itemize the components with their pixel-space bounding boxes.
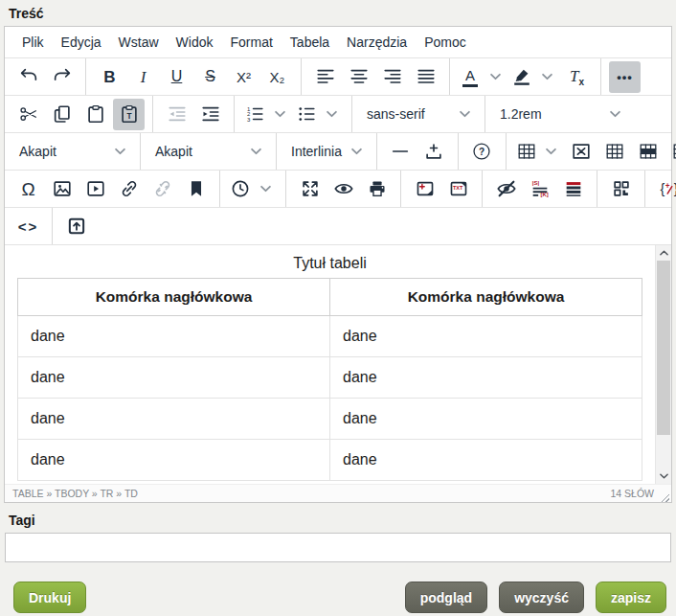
unlink-button[interactable]	[146, 173, 178, 205]
scroll-down-button[interactable]	[656, 468, 671, 484]
chevron-down-icon	[546, 148, 556, 155]
qr-code-button[interactable]	[605, 173, 637, 205]
bullet-list-button[interactable]	[294, 99, 319, 130]
outdent-button[interactable]	[161, 99, 192, 130]
line-height-value: Interlinia	[291, 144, 342, 159]
save-button[interactable]: zapisz	[596, 582, 666, 613]
source-code-button[interactable]: <>	[12, 211, 44, 242]
print-button[interactable]	[361, 173, 393, 205]
table-cell[interactable]: dane	[18, 399, 330, 440]
ordered-list-button[interactable]: 123	[242, 99, 267, 130]
horizontal-rule-button[interactable]	[385, 136, 417, 168]
vertical-scrollbar[interactable]	[655, 245, 671, 484]
text-template-button[interactable]: TXT	[442, 173, 474, 205]
table-properties-button[interactable]	[599, 136, 631, 168]
menu-help[interactable]: Pomoc	[417, 31, 474, 54]
menu-view[interactable]: Widok	[169, 31, 221, 54]
tags-input[interactable]	[5, 533, 671, 562]
block-lines-button[interactable]	[557, 173, 589, 205]
table-cell[interactable]: dane	[18, 440, 330, 481]
table-cell[interactable]: dane	[18, 316, 330, 357]
ordered-list-dropdown[interactable]	[267, 99, 292, 130]
anchor-button[interactable]	[180, 173, 212, 205]
svg-text:TXT: TXT	[452, 185, 462, 191]
text-color-dropdown[interactable]	[483, 61, 507, 93]
open-window-button[interactable]	[60, 211, 92, 242]
help-button[interactable]: ?	[466, 136, 498, 168]
tags-label: Tagi	[9, 513, 672, 528]
bold-button[interactable]: B	[94, 61, 125, 93]
menu-file[interactable]: Plik	[14, 31, 52, 54]
bullet-list-dropdown[interactable]	[319, 99, 344, 130]
preview-button[interactable]	[327, 173, 359, 205]
more-toolbar-button[interactable]: •••	[609, 61, 641, 93]
word-count[interactable]: 14 SŁÓW	[610, 488, 654, 502]
special-char-button[interactable]: Ω	[12, 173, 44, 205]
clear-button[interactable]: wyczyść	[499, 582, 584, 613]
superscript-button[interactable]: X²	[228, 61, 259, 93]
menu-edit[interactable]: Edycja	[54, 31, 109, 54]
redo-button[interactable]	[46, 61, 78, 93]
align-center-button[interactable]	[343, 61, 374, 93]
paragraph-style-select[interactable]: Akapit	[148, 136, 268, 168]
table-header-cell[interactable]: Komórka nagłówkowa	[18, 279, 330, 316]
menu-tools[interactable]: Narzędzia	[339, 31, 415, 54]
page-break-button[interactable]	[418, 136, 450, 168]
table-cell[interactable]: dane	[330, 316, 642, 357]
text-markers-button[interactable]: |S|[K]	[524, 173, 555, 205]
insert-table-button[interactable]	[514, 136, 539, 168]
delete-table-button[interactable]	[566, 136, 597, 168]
insert-datetime-button[interactable]	[228, 173, 253, 205]
editor-document[interactable]: Tytuł tabeli Komórka nagłówkowa Komórka …	[5, 245, 655, 484]
scroll-up-button[interactable]	[656, 245, 671, 261]
scrollbar-thumb[interactable]	[657, 261, 670, 435]
insert-table-dropdown[interactable]	[539, 136, 564, 168]
menu-table[interactable]: Tabela	[282, 31, 337, 54]
print-page-button[interactable]: Drukuj	[13, 582, 86, 613]
template-button[interactable]	[409, 173, 440, 205]
strikethrough-button[interactable]: S	[194, 61, 226, 93]
text-color-button[interactable]: A	[458, 61, 483, 93]
table-cell-properties-button[interactable]	[666, 136, 676, 168]
justify-button[interactable]	[410, 61, 441, 93]
block-format-select[interactable]: Akapit	[12, 136, 132, 168]
menu-format[interactable]: Format	[223, 31, 281, 54]
table-header-cell[interactable]: Komórka nagłówkowa	[330, 279, 642, 316]
font-size-select[interactable]: 1.2rem	[493, 99, 627, 130]
italic-button[interactable]: I	[127, 61, 159, 93]
element-path[interactable]: TABLE » TBODY » TR » TD	[12, 488, 138, 499]
indent-button[interactable]	[194, 99, 226, 130]
toggle-visibility-button[interactable]	[490, 173, 522, 205]
highlight-color-dropdown[interactable]	[534, 61, 559, 93]
table-row-properties-button[interactable]	[633, 136, 665, 168]
image-button[interactable]	[46, 173, 78, 205]
resize-handle-icon[interactable]	[659, 491, 669, 502]
paste-as-text-button[interactable]: T	[113, 99, 145, 130]
table-cell[interactable]: dane	[18, 357, 330, 399]
line-height-select[interactable]: Interlinia	[284, 136, 369, 168]
paste-button[interactable]	[79, 99, 111, 130]
table-cell[interactable]: dane	[330, 440, 642, 481]
align-right-button[interactable]	[376, 61, 408, 93]
table-cell[interactable]: dane	[330, 399, 642, 440]
clear-formatting-button[interactable]: Tx	[561, 61, 593, 93]
link-button[interactable]	[113, 173, 145, 205]
table-cell[interactable]: dane	[330, 357, 642, 399]
insert-datetime-dropdown[interactable]	[253, 173, 278, 205]
media-button[interactable]	[79, 173, 111, 205]
font-family-select[interactable]: sans-serif	[360, 99, 477, 130]
copy-button[interactable]	[46, 99, 78, 130]
undo-button[interactable]	[12, 61, 44, 93]
subscript-button[interactable]: X₂	[261, 61, 293, 93]
underline-button[interactable]: U	[161, 61, 192, 93]
code-sample-button[interactable]: {}+	[653, 173, 676, 205]
cut-button[interactable]	[12, 99, 44, 130]
scrollbar-track[interactable]	[656, 261, 671, 468]
fullscreen-button[interactable]	[294, 173, 326, 205]
align-left-button[interactable]	[309, 61, 341, 93]
table-caption[interactable]: Tytuł tabeli	[5, 250, 655, 278]
highlight-color-button[interactable]	[509, 61, 534, 93]
editor-content-area[interactable]: Tytuł tabeli Komórka nagłówkowa Komórka …	[5, 245, 671, 484]
menu-insert[interactable]: Wstaw	[111, 31, 167, 54]
preview-page-button[interactable]: podgląd	[405, 582, 487, 613]
